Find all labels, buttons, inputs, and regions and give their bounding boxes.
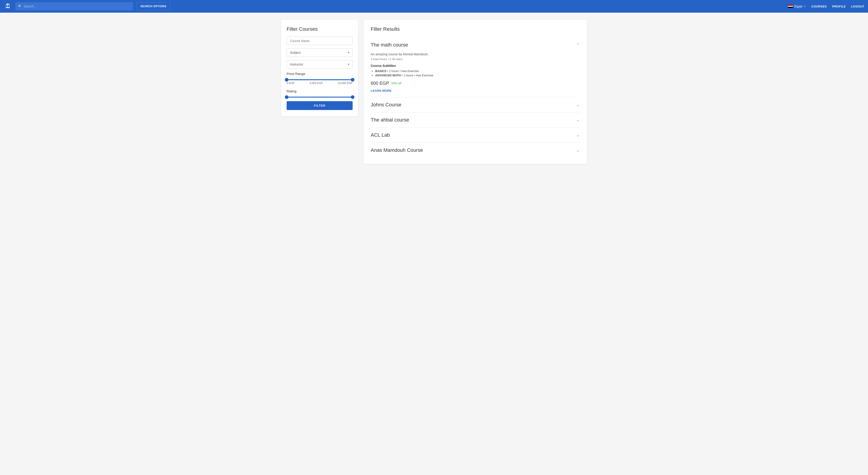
course-item-4: Anas Mamdouh Course ⌄ xyxy=(371,143,580,158)
subject-select-wrapper: Subject ▼ xyxy=(287,48,352,57)
price-range-thumb-left[interactable] xyxy=(285,78,288,81)
navbar-right: Egypt ▼ COURSES PROFILE LOGOUT xyxy=(788,4,864,8)
subtitle-item-0-0: BASICS • 2 hours • Has Exercise xyxy=(375,69,580,73)
course-name-input[interactable] xyxy=(287,37,352,45)
search-icon: 🔍 xyxy=(18,4,22,8)
course-chevron-3: ⌄ xyxy=(576,133,580,138)
subject-select[interactable]: Subject xyxy=(287,48,352,57)
nav-courses[interactable]: COURSES xyxy=(811,5,827,8)
rating-thumb-right[interactable] xyxy=(351,95,354,99)
course-name-0: The math course xyxy=(371,42,408,48)
discount-badge-0: 50% off xyxy=(391,81,401,85)
results-title: Filter Results xyxy=(371,26,580,32)
results-panel: Filter Results The math course ⌃ An amaz… xyxy=(364,20,587,164)
course-name-3: ACL Lab xyxy=(371,132,390,138)
course-price-row-0: 600 EGP 50% off xyxy=(371,81,580,86)
course-name-2: The ahbal course xyxy=(371,117,409,123)
price-range-label: Price Range xyxy=(287,72,352,76)
course-name-4: Anas Mamdouh Course xyxy=(371,147,423,153)
course-header-4[interactable]: Anas Mamdouh Course ⌄ xyxy=(371,143,580,158)
rating-label: Rating xyxy=(287,89,352,93)
course-item-1: Johns Course ⌄ xyxy=(371,97,580,112)
course-header-2[interactable]: The ahbal course ⌄ xyxy=(371,112,580,127)
instructor-select[interactable]: Instructor xyxy=(287,60,352,69)
subtitle-detail-0-0: • xyxy=(387,69,389,73)
learn-more-button-0[interactable]: LEARN MORE xyxy=(371,89,392,92)
subtitle-detail-0-1: • xyxy=(402,74,403,77)
price-range-thumb-right[interactable] xyxy=(351,78,354,81)
course-chevron-0: ⌃ xyxy=(576,42,580,47)
filter-button[interactable]: FILTER xyxy=(287,101,352,110)
country-selector[interactable]: Egypt ▼ xyxy=(788,4,806,8)
rating-fill xyxy=(287,97,352,98)
price-range-labels: 0 EGP 5,000 EGP 10,000 EGP xyxy=(287,81,352,85)
course-header-0[interactable]: The math course ⌃ xyxy=(371,37,580,53)
country-label: Egypt xyxy=(794,4,802,8)
search-options-button[interactable]: SEARCH OPTIONS xyxy=(136,2,170,10)
nav-profile[interactable]: PROFILE xyxy=(832,5,846,8)
course-meta-0: 3 total hours • 2.40 stars xyxy=(371,57,580,61)
course-chevron-4: ⌄ xyxy=(576,148,580,153)
course-body-0: An amazing course by Ahmed Mamdouh. 3 to… xyxy=(371,53,580,97)
price-range-fill xyxy=(287,79,352,80)
country-chevron-icon: ▼ xyxy=(804,5,806,8)
course-description-0: An amazing course by Ahmed Mamdouh. xyxy=(371,53,580,56)
course-price-0: 600 EGP xyxy=(371,81,389,86)
price-range-slider-track[interactable] xyxy=(287,79,352,80)
rating-slider-track[interactable] xyxy=(287,97,352,98)
price-mid-label: 5,000 EGP xyxy=(310,81,323,85)
subtitle-list-0: BASICS • 2 hours • Has Exercise ADVANCED… xyxy=(371,69,580,77)
course-item-2: The ahbal course ⌄ xyxy=(371,112,580,128)
course-chevron-1: ⌄ xyxy=(576,102,580,107)
course-header-1[interactable]: Johns Course ⌄ xyxy=(371,97,580,112)
nav-logout[interactable]: LOGOUT xyxy=(851,5,864,8)
course-subtitles-label-0: Course Subtitles xyxy=(371,64,580,68)
logo[interactable] xyxy=(4,2,12,10)
course-name-1: Johns Course xyxy=(371,102,401,108)
filter-panel: Filter Courses Subject ▼ Instructor ▼ Pr… xyxy=(281,20,358,116)
course-item-0: The math course ⌃ An amazing course by A… xyxy=(371,37,580,97)
navbar: 🔍 SEARCH OPTIONS Egypt ▼ COURSES PROFILE… xyxy=(0,0,868,13)
search-bar: 🔍 xyxy=(16,2,133,10)
price-max-label: 10,000 EGP xyxy=(338,81,352,85)
course-chevron-2: ⌄ xyxy=(576,117,580,123)
search-input[interactable] xyxy=(24,4,130,8)
main-content: Filter Courses Subject ▼ Instructor ▼ Pr… xyxy=(276,13,592,171)
filter-title: Filter Courses xyxy=(287,26,352,32)
book-icon xyxy=(4,3,11,9)
subtitle-item-0-1: ADVANCED MATH • 1 hours • Has Exercise xyxy=(375,74,580,77)
egypt-flag xyxy=(788,5,793,8)
instructor-select-wrapper: Instructor ▼ xyxy=(287,60,352,69)
price-min-label: 0 EGP xyxy=(287,81,294,85)
course-item-3: ACL Lab ⌄ xyxy=(371,128,580,143)
rating-thumb-left[interactable] xyxy=(285,95,288,99)
course-header-3[interactable]: ACL Lab ⌄ xyxy=(371,128,580,142)
